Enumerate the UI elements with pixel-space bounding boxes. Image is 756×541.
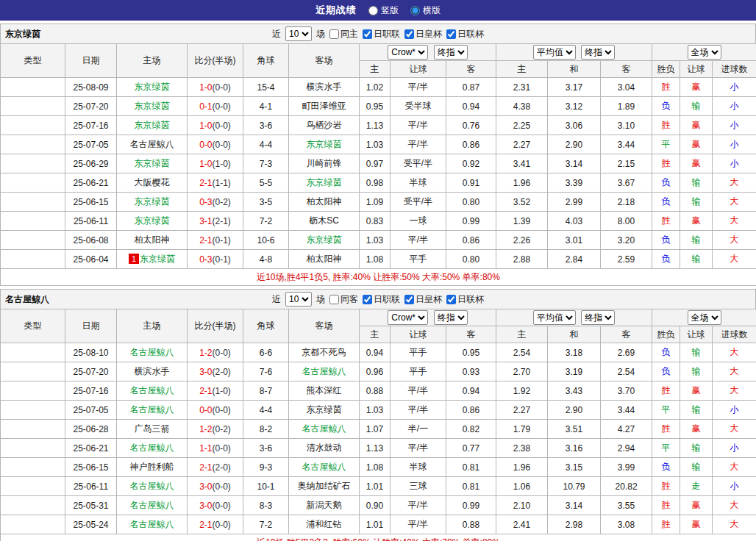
cell-handicap-result: 输 [680,173,713,193]
recent-count-select[interactable]: 10 [285,292,312,307]
filter-same-venue[interactable]: 同客 [329,293,358,306]
odds-stage-select[interactable]: 终指 [434,310,468,325]
avg-source-select[interactable]: 平均值 [533,45,576,60]
match-date: 25-06-15 [73,462,108,473]
filter-label: 日职联 [374,28,400,40]
odds-away: 0.86 [463,235,479,246]
match-row: 日皇杯25-06-11东京绿茵3-1(2-1)7-2枥木SC0.83一球0.99… [1,212,756,231]
section-team-name: 名古屋鲸八 [5,293,49,306]
cell-score: 0-1(0-0) [188,97,243,116]
recent-count-select[interactable]: 10 [285,26,312,41]
league-emperor-checkbox[interactable] [404,29,414,39]
avg-stage-select[interactable]: 终指 [581,45,615,60]
filter-league-j1[interactable]: 日职联 [363,28,400,40]
cell-score: 3-0(2-0) [188,362,243,381]
result-goals: 小 [730,101,739,111]
away-team-name: 清水鼓动 [307,443,342,453]
match-row: 日职联25-06-21大阪樱花2-1(1-1)5-5东京绿茵0.98半球0.91… [1,173,756,193]
avg-stage-select[interactable]: 终指 [581,310,615,325]
home-team-name: 东京绿茵 [135,120,170,130]
cell-away: 横滨水手 [289,78,360,97]
cell-avg-draw: 3.43 [548,381,601,401]
filter-label: 日联杯 [457,28,484,40]
cell-league: 日联杯 [1,250,65,269]
filter-same-venue[interactable]: 同主 [329,28,358,40]
match-row: 日职联25-08-10名古屋鲸八1-2(0-0)6-6京都不死鸟0.94平手0.… [1,343,756,362]
filter-label: 日联杯 [457,293,484,306]
same-venue-checkbox[interactable] [329,29,339,39]
same-venue-checkbox[interactable] [329,295,339,304]
odds-home: 1.03 [366,140,383,150]
cell-score: 1-2(0-2) [188,420,243,439]
cell-home: 东京绿茵 [117,116,188,135]
cell-corner: 3-6 [243,116,289,135]
cell-odds-home: 1.13 [360,116,391,135]
league-cup-checkbox[interactable] [446,295,456,304]
result-wdl: 负 [662,347,671,357]
cell-avg-home: 3.52 [496,193,548,212]
odds-away: 0.86 [463,405,479,415]
avg-home-odds: 2.54 [513,348,530,358]
layout-horizontal-radio[interactable] [410,6,420,15]
cell-score: 1-2(0-0) [188,343,243,362]
corner-score: 8-7 [260,386,272,396]
filter-league-j1[interactable]: 日职联 [363,293,400,306]
result-handicap: 输 [692,101,701,111]
games-label: 场 [316,28,325,40]
cell-odds-away: 0.80 [446,250,496,269]
cell-score: 1-1(0-0) [188,439,243,458]
layout-horizontal-radio-label[interactable]: 横版 [410,4,441,17]
cell-odds-home: 0.98 [360,173,391,193]
score-fulltime: 2-1 [199,520,212,530]
cell-goals-result: 大 [713,343,756,362]
cell-home: 名古屋鲸八 [117,439,188,458]
cell-date: 25-06-21 [65,173,117,193]
header-row-groups: 类型 日期 主场 比分(半场) 角球 客场 Crow* 终指 平均值 终指 [1,44,756,61]
cell-date: 25-06-11 [65,212,117,231]
filter-league-league-cup[interactable]: 日联杯 [446,293,484,306]
odds-source-select[interactable]: Crow* [388,310,428,325]
league-j1-checkbox[interactable] [363,295,372,304]
cell-away: 东京绿茵 [289,231,360,250]
cell-avg-draw: 2.99 [548,193,601,212]
odds-stage-select[interactable]: 终指 [434,45,468,60]
result-goals: 大 [730,215,739,226]
scope-select[interactable]: 全场 [688,45,721,60]
avg-draw-odds: 3.39 [566,178,582,188]
cell-home: 大阪樱花 [117,173,188,193]
cell-result: 胜 [652,496,680,515]
league-cup-checkbox[interactable] [446,29,456,39]
result-goals: 小 [730,481,739,491]
score-fulltime: 2-1 [199,462,212,473]
handicap-line: 一球 [410,215,427,226]
cell-avg-home: 1.06 [496,477,548,496]
odds-home: 0.83 [366,216,383,226]
avg-source-select[interactable]: 平均值 [533,310,576,325]
cell-handicap-result: 赢 [680,212,713,231]
filter-label: 日皇杯 [416,28,442,40]
filter-league-emperor-cup[interactable]: 日皇杯 [404,293,442,306]
odds-away: 0.93 [463,367,479,377]
away-team-name: 名古屋鲸八 [302,462,346,472]
scope-select[interactable]: 全场 [688,310,721,325]
layout-vertical-radio[interactable] [368,6,378,15]
cell-odds-away: 0.99 [446,212,496,231]
corner-score: 4-4 [260,405,272,415]
filter-league-league-cup[interactable]: 日联杯 [446,28,484,40]
cell-league: 日职联 [1,458,65,477]
league-emperor-checkbox[interactable] [404,295,414,304]
cell-avg-away: 3.55 [601,496,652,515]
match-row: 日职联25-06-21名古屋鲸八1-1(0-0)3-6清水鼓动1.13平/半0.… [1,439,756,458]
league-j1-checkbox[interactable] [363,29,372,39]
cell-handicap: 受平/半 [391,193,446,212]
layout-vertical-radio-label[interactable]: 竖版 [368,4,399,17]
handicap-line: 平/半 [408,519,428,529]
col-home: 主场 [117,309,188,343]
page-title: 近期战绩 [315,4,357,17]
score-fulltime: 0-0 [199,405,212,415]
result-handicap: 赢 [692,423,701,434]
match-row: 日职联25-06-29东京绿茵1-0(1-0)7-3川崎前锋0.97受平/半0.… [1,154,756,173]
filter-league-emperor-cup[interactable]: 日皇杯 [404,28,442,40]
odds-source-select[interactable]: Crow* [388,45,428,60]
cell-date: 25-06-08 [65,231,117,250]
